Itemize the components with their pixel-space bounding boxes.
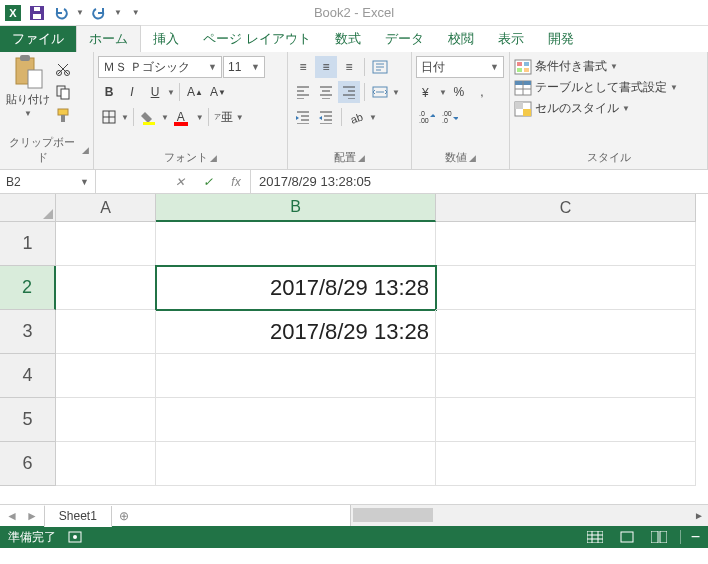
font-color-dropdown-icon[interactable]: ▼ bbox=[196, 113, 204, 122]
scroll-right-icon[interactable]: ► bbox=[690, 505, 708, 526]
tab-data[interactable]: データ bbox=[373, 26, 436, 52]
redo-dropdown-icon[interactable]: ▼ bbox=[114, 8, 122, 17]
tab-view[interactable]: 表示 bbox=[486, 26, 536, 52]
tab-insert[interactable]: 挿入 bbox=[141, 26, 191, 52]
underline-button[interactable]: U bbox=[144, 81, 166, 103]
percent-format-icon[interactable]: % bbox=[448, 81, 470, 103]
format-painter-icon[interactable] bbox=[52, 104, 74, 126]
cell-B6[interactable] bbox=[156, 442, 436, 486]
cell-C5[interactable] bbox=[436, 398, 696, 442]
fill-color-icon[interactable] bbox=[138, 106, 160, 128]
comma-format-icon[interactable]: , bbox=[471, 81, 493, 103]
cell-C6[interactable] bbox=[436, 442, 696, 486]
align-bottom-icon[interactable]: ≡ bbox=[338, 56, 360, 78]
conditional-format-button[interactable]: 条件付き書式▼ bbox=[514, 58, 618, 75]
scroll-thumb[interactable] bbox=[353, 508, 433, 522]
redo-icon[interactable] bbox=[90, 4, 108, 22]
cell-A1[interactable] bbox=[56, 222, 156, 266]
fill-color-dropdown-icon[interactable]: ▼ bbox=[161, 113, 169, 122]
tab-home[interactable]: ホーム bbox=[76, 25, 141, 52]
sheet-prev-icon[interactable]: ◄ bbox=[6, 509, 18, 523]
align-top-icon[interactable]: ≡ bbox=[292, 56, 314, 78]
sheet-nav[interactable]: ◄► bbox=[0, 505, 45, 526]
align-right-icon[interactable] bbox=[338, 81, 360, 103]
select-all-corner[interactable] bbox=[0, 194, 56, 222]
page-break-view-icon[interactable] bbox=[648, 529, 670, 545]
col-header-B[interactable]: B bbox=[156, 194, 436, 222]
increase-font-icon[interactable]: A▲ bbox=[184, 81, 206, 103]
worksheet-grid[interactable]: A B C 1 2 3 4 5 6 2017/8/29 13:28 2017/8… bbox=[0, 194, 708, 504]
phonetic-dropdown-icon[interactable]: ▼ bbox=[236, 113, 244, 122]
decrease-decimal-icon[interactable]: .00.0 bbox=[439, 106, 461, 128]
accounting-dropdown-icon[interactable]: ▼ bbox=[439, 88, 447, 97]
cell-B5[interactable] bbox=[156, 398, 436, 442]
enter-formula-icon[interactable]: ✓ bbox=[194, 175, 222, 189]
clipboard-launcher-icon[interactable]: ◢ bbox=[82, 145, 89, 155]
increase-indent-icon[interactable] bbox=[315, 106, 337, 128]
number-launcher-icon[interactable]: ◢ bbox=[469, 153, 476, 163]
tab-developer[interactable]: 開発 bbox=[536, 26, 586, 52]
paste-button[interactable]: 貼り付け ▼ bbox=[4, 54, 52, 118]
align-center-icon[interactable] bbox=[315, 81, 337, 103]
decrease-indent-icon[interactable] bbox=[292, 106, 314, 128]
cell-A6[interactable] bbox=[56, 442, 156, 486]
sheet-tab-sheet1[interactable]: Sheet1 bbox=[44, 506, 112, 527]
tab-review[interactable]: 校閲 bbox=[436, 26, 486, 52]
cell-C3[interactable] bbox=[436, 310, 696, 354]
tab-formulas[interactable]: 数式 bbox=[323, 26, 373, 52]
row-header-1[interactable]: 1 bbox=[0, 222, 56, 266]
cut-icon[interactable] bbox=[52, 58, 74, 80]
number-format-combo[interactable]: 日付▼ bbox=[416, 56, 504, 78]
macro-record-icon[interactable] bbox=[68, 530, 82, 544]
qat-customize-icon[interactable]: ▼ bbox=[132, 8, 140, 17]
cancel-formula-icon[interactable]: ✕ bbox=[166, 175, 194, 189]
cell-C2[interactable] bbox=[436, 266, 696, 310]
borders-icon[interactable] bbox=[98, 106, 120, 128]
sheet-next-icon[interactable]: ► bbox=[26, 509, 38, 523]
cell-B3[interactable]: 2017/8/29 13:28 bbox=[156, 310, 436, 354]
phonetic-icon[interactable]: ア亜 bbox=[213, 106, 235, 128]
copy-icon[interactable] bbox=[52, 81, 74, 103]
cell-A4[interactable] bbox=[56, 354, 156, 398]
name-box[interactable]: B2▼ bbox=[0, 170, 96, 193]
row-header-3[interactable]: 3 bbox=[0, 310, 56, 354]
decrease-font-icon[interactable]: A▼ bbox=[207, 81, 229, 103]
cell-C4[interactable] bbox=[436, 354, 696, 398]
accounting-format-icon[interactable]: ¥ bbox=[416, 81, 438, 103]
horizontal-scrollbar[interactable]: ◄ ► bbox=[350, 505, 708, 526]
cell-A2[interactable] bbox=[56, 266, 156, 310]
undo-icon[interactable] bbox=[52, 4, 70, 22]
bold-button[interactable]: B bbox=[98, 81, 120, 103]
cell-A5[interactable] bbox=[56, 398, 156, 442]
col-header-A[interactable]: A bbox=[56, 194, 156, 222]
format-as-table-button[interactable]: テーブルとして書式設定▼ bbox=[514, 79, 678, 96]
cell-C1[interactable] bbox=[436, 222, 696, 266]
font-size-combo[interactable]: 11▼ bbox=[223, 56, 265, 78]
italic-button[interactable]: I bbox=[121, 81, 143, 103]
undo-dropdown-icon[interactable]: ▼ bbox=[76, 8, 84, 17]
formula-input[interactable]: 2017/8/29 13:28:05 bbox=[251, 170, 708, 193]
merge-dropdown-icon[interactable]: ▼ bbox=[392, 88, 400, 97]
borders-dropdown-icon[interactable]: ▼ bbox=[121, 113, 129, 122]
cell-B2[interactable]: 2017/8/29 13:28 bbox=[156, 266, 436, 310]
orientation-icon[interactable]: ab bbox=[346, 106, 368, 128]
zoom-out-button[interactable]: − bbox=[691, 528, 700, 546]
alignment-launcher-icon[interactable]: ◢ bbox=[358, 153, 365, 163]
orientation-dropdown-icon[interactable]: ▼ bbox=[369, 113, 377, 122]
row-header-6[interactable]: 6 bbox=[0, 442, 56, 486]
page-layout-view-icon[interactable] bbox=[616, 529, 638, 545]
merge-center-icon[interactable] bbox=[369, 81, 391, 103]
font-name-combo[interactable]: ＭＳ Ｐゴシック▼ bbox=[98, 56, 222, 78]
wrap-text-icon[interactable] bbox=[369, 56, 391, 78]
cell-B1[interactable] bbox=[156, 222, 436, 266]
normal-view-icon[interactable] bbox=[584, 529, 606, 545]
tab-file[interactable]: ファイル bbox=[0, 26, 76, 52]
cell-A3[interactable] bbox=[56, 310, 156, 354]
row-header-5[interactable]: 5 bbox=[0, 398, 56, 442]
row-header-4[interactable]: 4 bbox=[0, 354, 56, 398]
save-icon[interactable] bbox=[28, 4, 46, 22]
align-left-icon[interactable] bbox=[292, 81, 314, 103]
tab-page-layout[interactable]: ページ レイアウト bbox=[191, 26, 323, 52]
cell-B4[interactable] bbox=[156, 354, 436, 398]
row-header-2[interactable]: 2 bbox=[0, 266, 56, 310]
